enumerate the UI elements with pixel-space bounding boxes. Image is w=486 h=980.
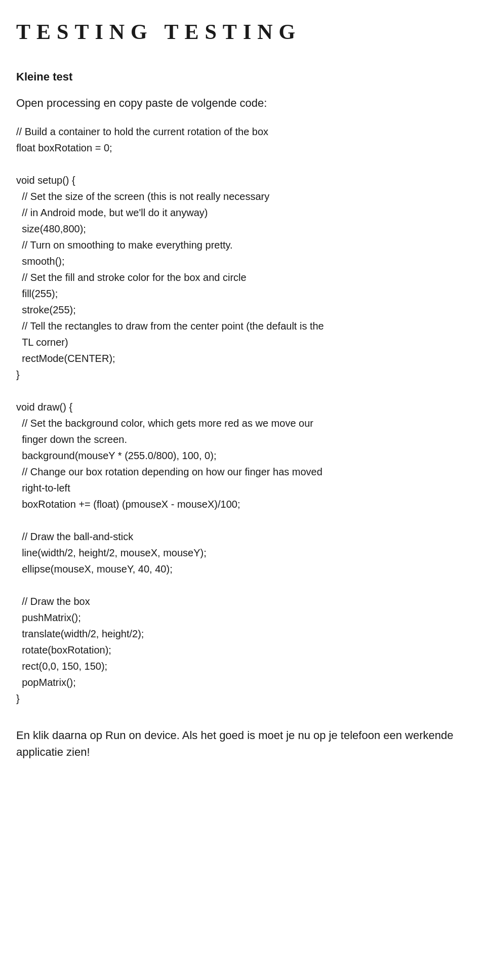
outro-text: En klik daarna op Run on device. Als het… [16,727,470,760]
page-title: TESTING TESTING [16,20,470,44]
code-block: // Build a container to hold the current… [16,124,470,707]
section-heading: Kleine test [16,68,470,86]
intro-text: Open processing en copy paste de volgend… [16,96,470,111]
